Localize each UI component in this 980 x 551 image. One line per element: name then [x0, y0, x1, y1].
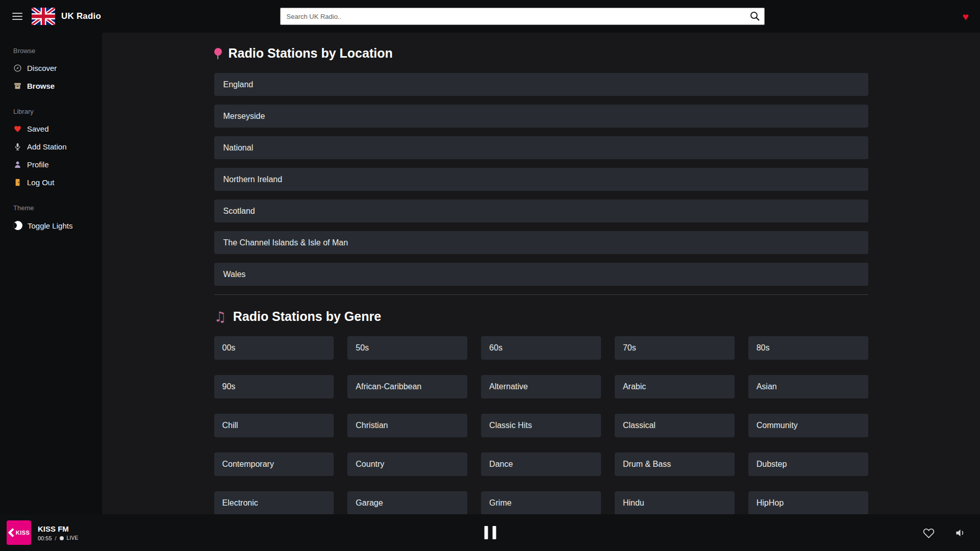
- sidebar-item-label: Browse: [27, 82, 55, 90]
- sidebar-item-profile[interactable]: Profile: [13, 160, 102, 169]
- kiss-chevron-icon: [8, 528, 14, 537]
- genre-item[interactable]: HipHop: [748, 491, 868, 515]
- genres-heading-text: Radio Stations by Genre: [233, 309, 381, 324]
- genre-item[interactable]: 60s: [481, 336, 601, 360]
- station-logo[interactable]: KISS: [7, 520, 31, 545]
- genres-grid: 00s 50s 60s 70s 80s 90s African-Caribbea…: [214, 336, 868, 515]
- genre-item[interactable]: Electronic: [214, 491, 334, 515]
- player-status: 00:55 / LIVE: [38, 535, 78, 541]
- locations-heading-text: Radio Stations by Location: [229, 46, 393, 61]
- sidebar-item-logout[interactable]: Log Out: [13, 178, 102, 187]
- uk-flag-icon: [32, 8, 55, 25]
- genre-item[interactable]: Classic Hits: [481, 414, 601, 437]
- live-dot-icon: [60, 536, 64, 540]
- genre-item[interactable]: Country: [347, 453, 467, 476]
- section-divider: [214, 294, 868, 295]
- location-item[interactable]: National: [214, 136, 868, 159]
- genre-item[interactable]: Dubstep: [748, 453, 868, 476]
- search-bar: [280, 8, 765, 25]
- sidebar: Browse Discover Browse Library Saved: [0, 33, 102, 551]
- genre-item[interactable]: 50s: [347, 336, 467, 360]
- music-notes-icon: ♫: [214, 310, 227, 323]
- sidebar-item-browse[interactable]: Browse: [13, 82, 102, 90]
- section-label-library: Library: [13, 108, 102, 115]
- locations-heading: Radio Stations by Location: [214, 46, 868, 61]
- location-item[interactable]: Scotland: [214, 199, 868, 222]
- genre-item[interactable]: Hindu: [615, 491, 735, 515]
- location-item[interactable]: England: [214, 73, 868, 96]
- location-item[interactable]: The Channel Islands & Isle of Man: [214, 231, 868, 254]
- genre-item[interactable]: Asian: [748, 375, 868, 398]
- genre-item[interactable]: 90s: [214, 375, 334, 398]
- header-left: UK Radio: [0, 8, 101, 25]
- favorite-station-heart-icon[interactable]: [923, 527, 935, 539]
- theme-toggle-icon: [13, 221, 22, 230]
- section-label-browse: Browse: [13, 47, 102, 55]
- favorites-heart-icon[interactable]: ♥: [963, 11, 969, 22]
- sidebar-item-label: Profile: [27, 160, 49, 169]
- sidebar-item-toggle-lights[interactable]: Toggle Lights: [13, 221, 102, 230]
- sidebar-item-discover[interactable]: Discover: [13, 64, 102, 72]
- station-logo-text: KISS: [16, 530, 30, 536]
- sidebar-item-saved[interactable]: Saved: [13, 124, 102, 133]
- genres-heading: ♫ Radio Stations by Genre: [214, 309, 868, 324]
- location-item[interactable]: Merseyside: [214, 105, 868, 128]
- location-item[interactable]: Northern Ireland: [214, 168, 868, 191]
- location-item[interactable]: Wales: [214, 263, 868, 286]
- genre-item[interactable]: Christian: [347, 414, 467, 437]
- location-pin-icon: [214, 48, 222, 56]
- genre-item[interactable]: Drum & Bass: [615, 453, 735, 476]
- player-center: [481, 523, 499, 542]
- sidebar-item-label: Add Station: [27, 142, 67, 151]
- player-left: KISS KISS FM 00:55 / LIVE: [0, 520, 78, 545]
- sidebar-item-label: Saved: [27, 124, 49, 133]
- genre-item[interactable]: Garage: [347, 491, 467, 515]
- player-elapsed-time: 00:55: [38, 535, 52, 541]
- player-station-name: KISS FM: [38, 524, 78, 533]
- genre-item[interactable]: Contemporary: [214, 453, 334, 476]
- search-icon[interactable]: [749, 11, 761, 22]
- locations-list: England Merseyside National Northern Ire…: [214, 73, 868, 286]
- sidebar-item-label: Toggle Lights: [28, 221, 72, 230]
- sidebar-item-label: Log Out: [27, 178, 54, 187]
- discover-icon: [13, 64, 22, 72]
- profile-icon: [13, 160, 22, 169]
- menu-icon[interactable]: [12, 13, 22, 20]
- player-meta: KISS FM 00:55 / LIVE: [38, 524, 78, 541]
- genre-item[interactable]: Chill: [214, 414, 334, 437]
- player-right: [923, 527, 967, 539]
- genre-item[interactable]: Grime: [481, 491, 601, 515]
- logout-door-icon: [13, 178, 22, 187]
- browse-icon: [13, 82, 22, 90]
- player-separator: /: [55, 535, 57, 541]
- genre-item[interactable]: Arabic: [615, 375, 735, 398]
- genre-item[interactable]: Alternative: [481, 375, 601, 398]
- main-content: Radio Stations by Location England Merse…: [102, 33, 980, 551]
- search-input[interactable]: [280, 8, 765, 25]
- volume-icon[interactable]: [955, 527, 967, 539]
- app-title: UK Radio: [61, 11, 101, 21]
- genre-item[interactable]: Classical: [615, 414, 735, 437]
- genre-item[interactable]: 70s: [615, 336, 735, 360]
- top-bar: UK Radio ♥: [0, 0, 980, 33]
- header-right: ♥: [963, 0, 969, 33]
- genre-item[interactable]: 00s: [214, 336, 334, 360]
- genre-item[interactable]: Community: [748, 414, 868, 437]
- genre-item[interactable]: Dance: [481, 453, 601, 476]
- genre-item[interactable]: African-Caribbean: [347, 375, 467, 398]
- sidebar-item-label: Discover: [27, 64, 57, 72]
- pause-button[interactable]: [481, 523, 499, 542]
- microphone-icon: [13, 142, 22, 151]
- sidebar-item-add-station[interactable]: Add Station: [13, 142, 102, 151]
- section-label-theme: Theme: [13, 204, 102, 212]
- genre-item[interactable]: 80s: [748, 336, 868, 360]
- player-bar: KISS KISS FM 00:55 / LIVE: [0, 514, 980, 551]
- saved-heart-icon: [13, 124, 22, 133]
- live-label: LIVE: [67, 535, 79, 541]
